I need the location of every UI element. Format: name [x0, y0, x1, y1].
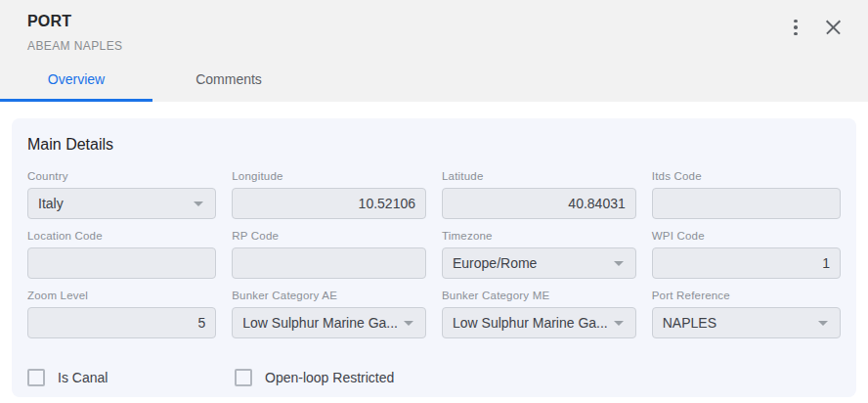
field-label: WPI Code [652, 230, 841, 243]
checkbox-label: Is Canal [58, 370, 108, 385]
page-subtitle: ABEAM NAPLES [27, 38, 123, 54]
field-longitude: Longitude [232, 170, 426, 219]
chevron-down-icon [614, 321, 624, 326]
field-latitude: Latitude [442, 170, 636, 219]
wpi-code-input[interactable] [652, 247, 841, 279]
field-label: Zoom Level [27, 290, 216, 302]
bunker-category-ae-select[interactable]: Low Sulphur Marine Ga... [232, 307, 426, 338]
checkbox-icon [27, 369, 45, 386]
open-loop-restricted-checkbox[interactable]: Open-loop Restricted [235, 369, 426, 386]
dialog-header: PORT ABEAM NAPLES [0, 0, 868, 59]
field-timezone: Timezone Europe/Rome [442, 230, 636, 279]
field-label: Latitude [442, 170, 636, 183]
fields-grid: Country Italy Longitude Latitude Itds Co… [27, 170, 841, 338]
field-label: Port Reference [652, 290, 841, 302]
field-label: Itds Code [652, 170, 841, 183]
field-label: Bunker Category ME [442, 290, 636, 302]
kebab-menu-icon[interactable] [784, 16, 807, 39]
checkbox-label: Open-loop Restricted [265, 370, 394, 385]
rp-code-input[interactable] [232, 247, 426, 279]
page-title: PORT [27, 11, 123, 32]
is-canal-checkbox[interactable]: Is Canal [27, 369, 219, 386]
chevron-down-icon [614, 261, 624, 266]
field-bunker-category-ae: Bunker Category AE Low Sulphur Marine Ga… [232, 290, 426, 338]
tabbar: Overview Comments [0, 59, 868, 102]
field-label: RP Code [232, 230, 426, 243]
field-zoom-level: Zoom Level [27, 290, 216, 338]
checkbox-row: Is Canal Open-loop Restricted [27, 369, 841, 386]
field-rp-code: RP Code [232, 230, 426, 279]
field-country: Country Italy [27, 170, 216, 219]
header-titles: PORT ABEAM NAPLES [27, 10, 123, 54]
itds-code-input[interactable] [652, 188, 841, 219]
tab-overview[interactable]: Overview [0, 59, 152, 102]
field-label: Country [27, 170, 216, 183]
chevron-down-icon [404, 321, 413, 326]
checkbox-icon [235, 369, 252, 386]
country-select[interactable]: Italy [27, 188, 216, 219]
field-wpi-code: WPI Code [652, 230, 841, 279]
close-icon[interactable] [821, 16, 845, 39]
field-location-code: Location Code [27, 230, 216, 279]
chevron-down-icon [194, 202, 203, 206]
field-bunker-category-me: Bunker Category ME Low Sulphur Marine Ga… [442, 290, 636, 338]
longitude-input[interactable] [232, 188, 426, 219]
tab-comments[interactable]: Comments [152, 59, 305, 102]
header-actions [784, 16, 845, 39]
main-details-panel: Main Details Country Italy Longitude Lat… [12, 118, 856, 397]
field-itds-code: Itds Code [652, 170, 841, 219]
field-label: Timezone [442, 230, 636, 243]
field-label: Bunker Category AE [232, 290, 426, 302]
chevron-down-icon [818, 321, 828, 326]
location-code-input[interactable] [27, 247, 216, 279]
zoom-level-input[interactable] [27, 307, 216, 338]
port-reference-select[interactable]: NAPLES [652, 307, 841, 338]
latitude-input[interactable] [442, 188, 636, 219]
bunker-category-me-select[interactable]: Low Sulphur Marine Ga... [442, 307, 636, 338]
section-title: Main Details [27, 133, 841, 157]
field-label: Location Code [27, 230, 216, 243]
field-label: Longitude [232, 170, 426, 183]
timezone-select[interactable]: Europe/Rome [442, 247, 636, 279]
field-port-reference: Port Reference NAPLES [652, 290, 841, 338]
